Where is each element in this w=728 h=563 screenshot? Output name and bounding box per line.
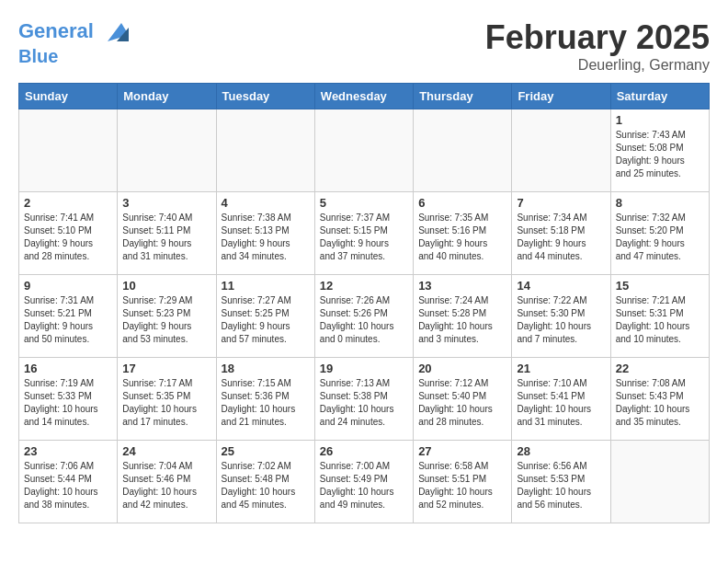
calendar-cell: 3Sunrise: 7:40 AM Sunset: 5:11 PM Daylig… (118, 192, 216, 275)
calendar-header-thursday: Thursday (414, 84, 512, 109)
day-detail: Sunrise: 7:04 AM Sunset: 5:46 PM Dayligh… (122, 460, 210, 511)
day-number: 20 (418, 362, 506, 375)
day-number: 15 (616, 279, 704, 293)
day-number: 14 (517, 279, 605, 293)
day-detail: Sunrise: 7:38 AM Sunset: 5:13 PM Dayligh… (222, 212, 310, 263)
day-number: 13 (418, 279, 506, 293)
calendar-cell: 1Sunrise: 7:43 AM Sunset: 5:08 PM Daylig… (610, 109, 709, 192)
day-number: 3 (122, 196, 210, 210)
calendar-cell: 16Sunrise: 7:19 AM Sunset: 5:33 PM Dayli… (19, 358, 118, 441)
calendar-cell: 15Sunrise: 7:21 AM Sunset: 5:31 PM Dayli… (610, 275, 709, 358)
day-detail: Sunrise: 7:08 AM Sunset: 5:43 PM Dayligh… (616, 377, 704, 429)
day-number: 4 (222, 196, 310, 210)
page-header: General Blue February 2025 Deuerling, Ge… (18, 18, 710, 74)
day-number: 19 (320, 362, 408, 375)
day-detail: Sunrise: 7:17 AM Sunset: 5:35 PM Dayligh… (122, 377, 210, 429)
day-detail: Sunrise: 7:35 AM Sunset: 5:16 PM Dayligh… (418, 212, 506, 263)
calendar-cell: 26Sunrise: 7:00 AM Sunset: 5:49 PM Dayli… (314, 441, 413, 523)
calendar-cell (414, 109, 512, 192)
calendar-header-row: SundayMondayTuesdayWednesdayThursdayFrid… (19, 84, 710, 109)
day-detail: Sunrise: 7:00 AM Sunset: 5:49 PM Dayligh… (320, 460, 408, 511)
calendar-title: February 2025 (485, 18, 710, 57)
day-number: 23 (24, 444, 112, 458)
calendar-header-monday: Monday (118, 84, 216, 109)
day-number: 9 (24, 279, 112, 293)
day-detail: Sunrise: 6:58 AM Sunset: 5:51 PM Dayligh… (418, 460, 506, 511)
day-number: 6 (418, 196, 506, 210)
calendar-week-2: 2Sunrise: 7:41 AM Sunset: 5:10 PM Daylig… (19, 192, 710, 275)
logo: General Blue (18, 18, 131, 66)
day-detail: Sunrise: 7:15 AM Sunset: 5:36 PM Dayligh… (222, 377, 310, 429)
day-detail: Sunrise: 7:22 AM Sunset: 5:30 PM Dayligh… (517, 294, 605, 346)
calendar-subtitle: Deuerling, Germany (485, 57, 710, 74)
calendar-cell: 27Sunrise: 6:58 AM Sunset: 5:51 PM Dayli… (414, 441, 512, 523)
day-number: 26 (320, 444, 408, 458)
day-number: 17 (122, 362, 210, 375)
calendar-cell: 13Sunrise: 7:24 AM Sunset: 5:28 PM Dayli… (414, 275, 512, 358)
calendar-header-wednesday: Wednesday (314, 84, 413, 109)
calendar-cell: 18Sunrise: 7:15 AM Sunset: 5:36 PM Dayli… (216, 358, 314, 441)
day-detail: Sunrise: 7:37 AM Sunset: 5:15 PM Dayligh… (320, 212, 408, 263)
day-detail: Sunrise: 7:19 AM Sunset: 5:33 PM Dayligh… (24, 377, 112, 429)
day-number: 22 (616, 362, 704, 375)
calendar-cell: 14Sunrise: 7:22 AM Sunset: 5:30 PM Dayli… (512, 275, 610, 358)
day-number: 1 (616, 113, 704, 127)
day-detail: Sunrise: 6:56 AM Sunset: 5:53 PM Dayligh… (517, 460, 605, 511)
day-detail: Sunrise: 7:06 AM Sunset: 5:44 PM Dayligh… (24, 460, 112, 511)
calendar-cell: 12Sunrise: 7:26 AM Sunset: 5:26 PM Dayli… (314, 275, 413, 358)
day-number: 27 (418, 444, 506, 458)
day-number: 8 (616, 196, 704, 210)
day-number: 16 (24, 362, 112, 375)
day-number: 5 (320, 196, 408, 210)
calendar-cell: 24Sunrise: 7:04 AM Sunset: 5:46 PM Dayli… (118, 441, 216, 523)
day-detail: Sunrise: 7:43 AM Sunset: 5:08 PM Dayligh… (616, 129, 704, 180)
day-detail: Sunrise: 7:24 AM Sunset: 5:28 PM Dayligh… (418, 294, 506, 346)
calendar-cell (610, 441, 709, 523)
calendar-header-sunday: Sunday (19, 84, 118, 109)
day-number: 12 (320, 279, 408, 293)
calendar-cell (512, 109, 610, 192)
calendar-cell: 17Sunrise: 7:17 AM Sunset: 5:35 PM Dayli… (118, 358, 216, 441)
logo-icon (103, 18, 131, 46)
day-number: 7 (517, 196, 605, 210)
day-detail: Sunrise: 7:12 AM Sunset: 5:40 PM Dayligh… (418, 377, 506, 429)
day-number: 28 (517, 444, 605, 458)
calendar-cell (314, 109, 413, 192)
calendar-cell: 23Sunrise: 7:06 AM Sunset: 5:44 PM Dayli… (19, 441, 118, 523)
calendar-cell: 9Sunrise: 7:31 AM Sunset: 5:21 PM Daylig… (19, 275, 118, 358)
day-detail: Sunrise: 7:26 AM Sunset: 5:26 PM Dayligh… (320, 294, 408, 346)
day-detail: Sunrise: 7:41 AM Sunset: 5:10 PM Dayligh… (24, 212, 112, 263)
calendar-cell (216, 109, 314, 192)
day-number: 21 (517, 362, 605, 375)
calendar-cell: 19Sunrise: 7:13 AM Sunset: 5:38 PM Dayli… (314, 358, 413, 441)
calendar-cell: 2Sunrise: 7:41 AM Sunset: 5:10 PM Daylig… (19, 192, 118, 275)
calendar-cell (118, 109, 216, 192)
calendar-cell: 4Sunrise: 7:38 AM Sunset: 5:13 PM Daylig… (216, 192, 314, 275)
day-number: 10 (122, 279, 210, 293)
day-detail: Sunrise: 7:34 AM Sunset: 5:18 PM Dayligh… (517, 212, 605, 263)
day-number: 25 (222, 444, 310, 458)
calendar-header-tuesday: Tuesday (216, 84, 314, 109)
calendar-cell: 5Sunrise: 7:37 AM Sunset: 5:15 PM Daylig… (314, 192, 413, 275)
day-number: 24 (122, 444, 210, 458)
calendar-week-3: 9Sunrise: 7:31 AM Sunset: 5:21 PM Daylig… (19, 275, 710, 358)
calendar-cell: 28Sunrise: 6:56 AM Sunset: 5:53 PM Dayli… (512, 441, 610, 523)
calendar-cell: 7Sunrise: 7:34 AM Sunset: 5:18 PM Daylig… (512, 192, 610, 275)
logo-blue: Blue (18, 46, 131, 66)
day-detail: Sunrise: 7:02 AM Sunset: 5:48 PM Dayligh… (222, 460, 310, 511)
day-detail: Sunrise: 7:29 AM Sunset: 5:23 PM Dayligh… (122, 294, 210, 346)
calendar-header-friday: Friday (512, 84, 610, 109)
calendar-cell: 8Sunrise: 7:32 AM Sunset: 5:20 PM Daylig… (610, 192, 709, 275)
title-block: February 2025 Deuerling, Germany (485, 18, 710, 74)
calendar-cell (19, 109, 118, 192)
calendar-week-4: 16Sunrise: 7:19 AM Sunset: 5:33 PM Dayli… (19, 358, 710, 441)
day-detail: Sunrise: 7:10 AM Sunset: 5:41 PM Dayligh… (517, 377, 605, 429)
calendar-header-saturday: Saturday (610, 84, 709, 109)
calendar-cell: 6Sunrise: 7:35 AM Sunset: 5:16 PM Daylig… (414, 192, 512, 275)
day-detail: Sunrise: 7:40 AM Sunset: 5:11 PM Dayligh… (122, 212, 210, 263)
day-detail: Sunrise: 7:32 AM Sunset: 5:20 PM Dayligh… (616, 212, 704, 263)
day-detail: Sunrise: 7:13 AM Sunset: 5:38 PM Dayligh… (320, 377, 408, 429)
calendar-cell: 21Sunrise: 7:10 AM Sunset: 5:41 PM Dayli… (512, 358, 610, 441)
day-number: 18 (222, 362, 310, 375)
logo-text: General (18, 18, 131, 46)
